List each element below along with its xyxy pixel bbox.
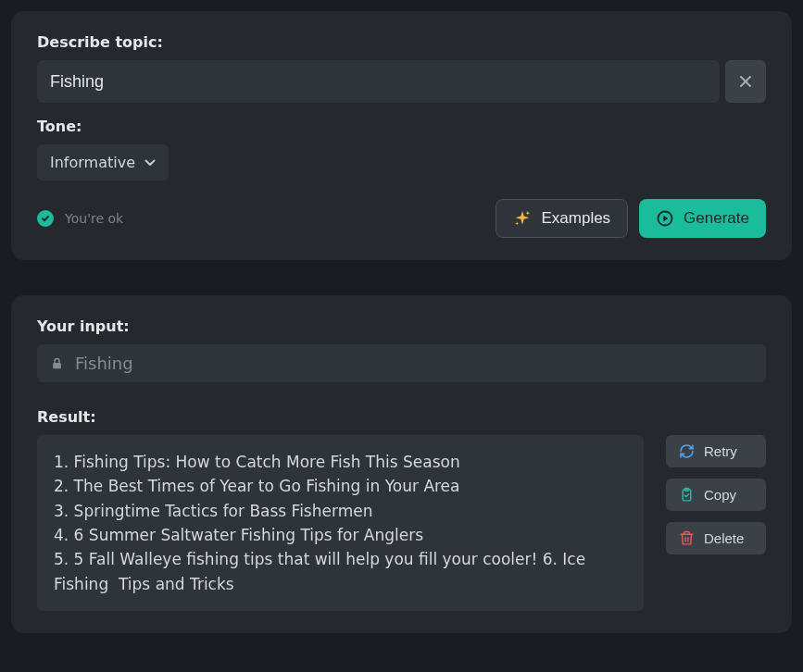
trash-icon bbox=[679, 530, 695, 546]
copy-label: Copy bbox=[704, 487, 736, 503]
status-indicator: You're ok bbox=[37, 210, 123, 227]
delete-button[interactable]: Delete bbox=[666, 522, 766, 554]
tone-label: Tone: bbox=[37, 118, 766, 135]
tone-select[interactable]: Informative bbox=[37, 144, 169, 180]
delete-label: Delete bbox=[704, 530, 744, 546]
retry-button[interactable]: Retry bbox=[666, 435, 766, 467]
generate-button[interactable]: Generate bbox=[639, 199, 766, 238]
clipboard-icon bbox=[679, 487, 695, 503]
copy-button[interactable]: Copy bbox=[666, 479, 766, 511]
generate-label: Generate bbox=[684, 209, 749, 228]
retry-label: Retry bbox=[704, 443, 737, 459]
input-panel: Describe topic: Tone: Informative You're… bbox=[11, 11, 792, 260]
play-circle-icon bbox=[656, 209, 674, 228]
describe-topic-label: Describe topic: bbox=[37, 33, 766, 51]
examples-button[interactable]: Examples bbox=[496, 199, 628, 238]
your-input-value: Fishing bbox=[75, 354, 133, 373]
tone-value: Informative bbox=[50, 154, 135, 171]
button-group: Examples Generate bbox=[496, 199, 766, 238]
output-panel: Your input: Fishing Result: 1. Fishing T… bbox=[11, 295, 792, 633]
result-label: Result: bbox=[37, 408, 766, 426]
examples-label: Examples bbox=[541, 209, 610, 228]
result-text: 1. Fishing Tips: How to Catch More Fish … bbox=[37, 435, 644, 611]
your-input-display: Fishing bbox=[37, 344, 766, 382]
refresh-icon bbox=[679, 443, 695, 459]
check-circle-icon bbox=[37, 210, 54, 227]
sparkle-icon bbox=[513, 209, 532, 228]
chevron-down-icon bbox=[144, 159, 156, 167]
clear-input-button[interactable] bbox=[725, 60, 766, 103]
close-icon bbox=[739, 75, 752, 88]
your-input-label: Your input: bbox=[37, 317, 766, 335]
svg-rect-4 bbox=[53, 363, 61, 368]
status-text: You're ok bbox=[65, 211, 123, 226]
actions-row: You're ok Examples Generate bbox=[37, 199, 766, 238]
describe-input-row bbox=[37, 60, 766, 103]
lock-icon bbox=[50, 356, 64, 370]
result-actions: Retry Copy Delete bbox=[666, 435, 766, 554]
describe-topic-input[interactable] bbox=[37, 60, 720, 103]
result-row: 1. Fishing Tips: How to Catch More Fish … bbox=[37, 435, 766, 611]
svg-marker-3 bbox=[663, 216, 668, 222]
